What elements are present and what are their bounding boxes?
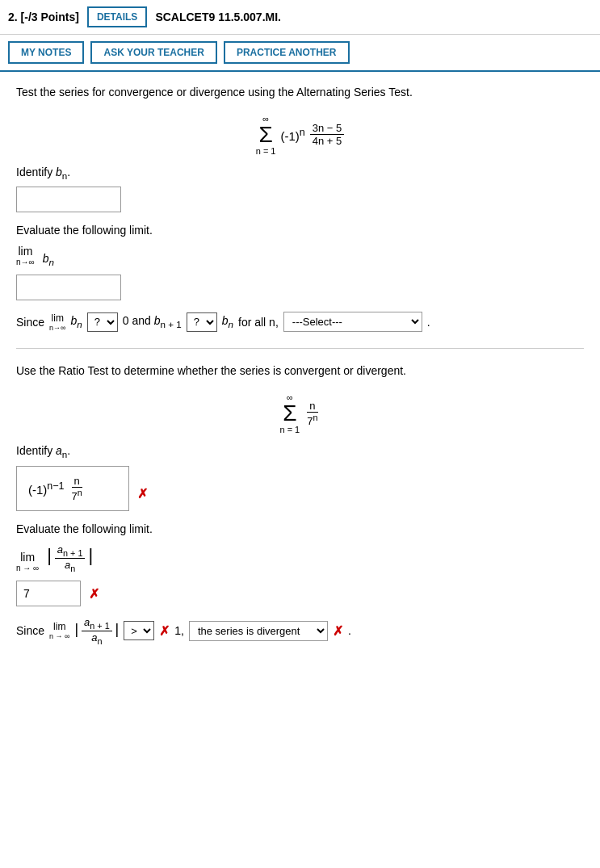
bn-input[interactable] bbox=[16, 187, 121, 212]
series-term: (-1)n bbox=[280, 127, 304, 143]
header-bar: 2. [-/3 Points] DETAILS SCALCET9 11.5.00… bbox=[0, 0, 600, 35]
series-numer: 3n − 5 bbox=[310, 122, 345, 135]
since-line-2: Since lim n → ∞ | an + 1 an | > < = ✗ 1, bbox=[16, 616, 584, 645]
part2-section: Use the Ratio Test to determine whether … bbox=[16, 363, 584, 645]
lim-answer-row: 7 ✗ bbox=[16, 581, 584, 606]
sigma-block-2: ∞ Σ n = 1 bbox=[279, 392, 300, 434]
identify-label: Identify bn. bbox=[16, 166, 584, 181]
one-text: 1, bbox=[174, 624, 184, 637]
since-line-1: Since lim n→∞ bn ? = < > 0 and bn + 1 ? … bbox=[16, 312, 584, 332]
compare-dropdown-2[interactable]: ? ≤ ≥ < > bbox=[187, 312, 217, 332]
abs-right-since: | bbox=[115, 621, 120, 637]
wrong-icon-3: ✗ bbox=[159, 623, 170, 639]
lim-sub-2: n → ∞ bbox=[16, 564, 39, 572]
an-numer: n bbox=[72, 475, 82, 488]
sigma-char-2: Σ bbox=[283, 402, 296, 425]
for-all-n: for all n, bbox=[238, 316, 279, 329]
practice-another-button[interactable]: PRACTICE ANOTHER bbox=[224, 41, 350, 64]
sigma-bottom: n = 1 bbox=[256, 146, 276, 156]
abs-left: | bbox=[47, 545, 52, 565]
ratio-fraction-since: an + 1 an bbox=[82, 616, 112, 645]
bn-label-since: bn bbox=[70, 314, 82, 329]
lim-label-since-2: lim n → ∞ bbox=[49, 621, 69, 640]
ratio-numer: an + 1 bbox=[55, 543, 86, 559]
ask-teacher-button[interactable]: ASK YOUR TEACHER bbox=[90, 41, 216, 64]
problem-id: SCALCET9 11.5.007.MI. bbox=[155, 10, 281, 23]
problem-num-text: 2. bbox=[8, 10, 18, 23]
action-bar: MY NOTES ASK YOUR TEACHER PRACTICE ANOTH… bbox=[0, 35, 600, 72]
ratio-numer-since: an + 1 bbox=[82, 616, 112, 631]
wrong-icon-4: ✗ bbox=[333, 623, 343, 639]
abs-right: | bbox=[88, 545, 93, 565]
since-text: Since bbox=[16, 316, 44, 329]
lim-word-2: lim bbox=[53, 621, 65, 632]
abs-fraction-since: | an + 1 an | bbox=[74, 616, 119, 645]
identify-label-2: Identify an. bbox=[16, 444, 584, 459]
lim-sub: n→∞ bbox=[16, 258, 35, 266]
problem-number: 2. [-/3 Points] bbox=[8, 10, 79, 23]
series-denom: 4n + 5 bbox=[310, 135, 345, 147]
abs-left-since: | bbox=[74, 621, 78, 637]
lim-label-since: lim n→∞ bbox=[49, 312, 65, 332]
an-denom: 7n bbox=[69, 488, 85, 502]
sigma-char: Σ bbox=[258, 124, 272, 146]
part2-lim-display: lim n → ∞ | an + 1 an | bbox=[16, 543, 584, 572]
bn-for-all: bn bbox=[222, 314, 233, 329]
lim-sub-since-2: n → ∞ bbox=[49, 632, 69, 640]
wrong-icon-1: ✗ bbox=[137, 486, 148, 501]
abs-fraction-wrapper: | an + 1 an | bbox=[47, 543, 93, 572]
wrong-icon-2: ✗ bbox=[89, 586, 99, 602]
content-area: Test the series for convergence or diver… bbox=[0, 72, 600, 674]
compare-dropdown-3[interactable]: > < = bbox=[124, 621, 154, 640]
part1-series: ∞ Σ n = 1 (-1)n 3n − 5 4n + 5 bbox=[16, 111, 584, 156]
series-numer-2: n bbox=[307, 400, 317, 413]
an-answer-row: (-1)n−1 n 7n ✗ bbox=[16, 466, 584, 522]
lim-word: lim bbox=[52, 312, 64, 324]
lim-block: lim n→∞ bn bbox=[16, 245, 584, 266]
separator-1 bbox=[16, 348, 584, 349]
since-text-2: Since bbox=[16, 624, 44, 637]
lim-with-sub-2: lim n → ∞ bbox=[16, 551, 39, 572]
sigma-block: ∞ Σ n = 1 bbox=[256, 114, 276, 156]
sigma-bottom-2: n = 1 bbox=[279, 425, 300, 434]
lim-input[interactable] bbox=[16, 275, 121, 300]
lim-var-bn: bn bbox=[43, 252, 54, 267]
lim-text-2: lim bbox=[20, 551, 35, 564]
lim-answered-box: 7 bbox=[16, 581, 81, 606]
an-fraction: n 7n bbox=[69, 475, 85, 502]
evaluate-label-2: Evaluate the following limit. bbox=[16, 522, 584, 535]
conclusion-dropdown-2[interactable]: the series is divergent the series is co… bbox=[189, 621, 328, 641]
compare-dropdown-1[interactable]: ? = < > bbox=[87, 312, 118, 332]
part2-instruction: Use the Ratio Test to determine whether … bbox=[16, 363, 584, 379]
lim-block-2: lim n → ∞ | an + 1 an | bbox=[16, 543, 584, 572]
conclusion-dropdown-1[interactable]: ---Select--- the series is convergent th… bbox=[283, 312, 422, 332]
ratio-denom-since: an bbox=[89, 631, 104, 646]
ratio-denom: an bbox=[62, 559, 78, 573]
ratio-fraction: an + 1 an bbox=[55, 543, 86, 572]
lim-sub-since: n→∞ bbox=[49, 324, 65, 332]
series-denom-2: 7n bbox=[304, 413, 320, 427]
series-fraction: 3n − 5 4n + 5 bbox=[310, 122, 345, 147]
an-value: (-1)n−1 n 7n bbox=[28, 475, 117, 502]
details-button[interactable]: DETAILS bbox=[87, 6, 147, 27]
part1-lim-display: lim n→∞ bn bbox=[16, 245, 584, 266]
evaluate-label-1: Evaluate the following limit. bbox=[16, 224, 584, 237]
an-base: (-1)n−1 bbox=[28, 480, 65, 497]
period-1: . bbox=[427, 316, 430, 329]
part1-instruction: Test the series for convergence or diver… bbox=[16, 85, 584, 101]
lim-with-sub: lim n→∞ bbox=[16, 245, 35, 266]
series-fraction-2: n 7n bbox=[304, 400, 320, 427]
points-text: [-/3 Points] bbox=[21, 10, 79, 23]
lim-value: 7 bbox=[23, 587, 30, 600]
lim-text: lim bbox=[18, 245, 32, 258]
an-answered-box: (-1)n−1 n 7n bbox=[16, 466, 129, 511]
my-notes-button[interactable]: MY NOTES bbox=[8, 41, 84, 64]
period-2: . bbox=[348, 624, 351, 637]
part1-section: Test the series for convergence or diver… bbox=[16, 85, 584, 332]
part2-series: ∞ Σ n = 1 n 7n bbox=[16, 389, 584, 434]
zero-text: 0 and bn + 1 bbox=[123, 314, 182, 329]
